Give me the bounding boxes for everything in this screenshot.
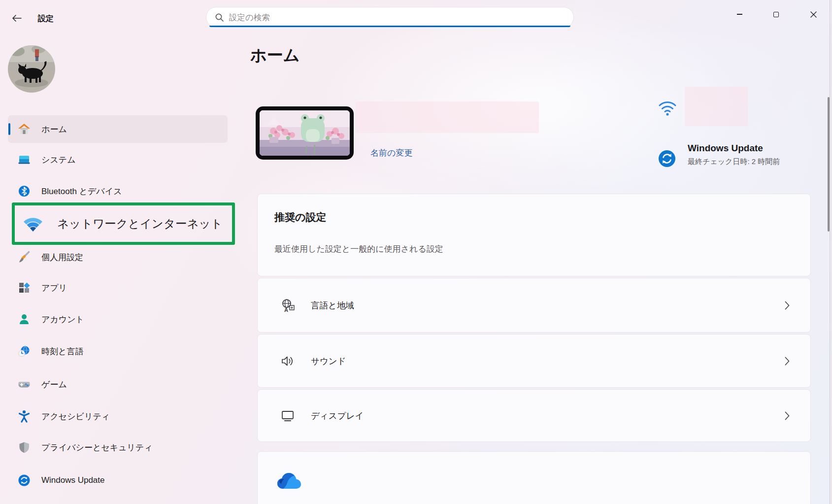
chevron-right-icon (785, 411, 790, 420)
sidebar-item-label: 個人用設定 (41, 252, 83, 263)
personalization-icon (18, 251, 31, 264)
display-icon (279, 407, 296, 424)
back-button[interactable] (9, 11, 25, 26)
settings-row-sound[interactable]: サウンド (257, 334, 811, 388)
minimize-icon (737, 14, 742, 14)
update-sync-icon (658, 150, 676, 168)
home-icon (18, 123, 31, 135)
apps-icon (18, 281, 31, 294)
window-edge (830, 0, 832, 504)
settings-window: 設定 (0, 0, 832, 504)
settings-row-language-region[interactable]: A 言語と地域 (257, 278, 811, 333)
sound-icon (279, 353, 296, 370)
accessibility-icon (18, 410, 31, 423)
sidebar-item-label: ゲーム (41, 379, 67, 390)
sidebar-item-network-annotated[interactable]: ネットワークとインターネット (12, 202, 235, 245)
sidebar-item-accessibility[interactable]: アクセシビリティ (8, 403, 228, 430)
search-icon (215, 13, 224, 22)
bluetooth-icon (18, 185, 31, 198)
sidebar-item-time-language[interactable]: 時刻と言語 (8, 337, 228, 365)
sidebar-item-label: アクセシビリティ (41, 411, 110, 422)
selected-indicator (8, 123, 10, 135)
redacted-device-name (356, 101, 539, 133)
minimize-button[interactable] (728, 4, 751, 25)
rename-link[interactable]: 名前の変更 (370, 147, 412, 159)
promo-card[interactable] (257, 451, 811, 504)
windows-update-last-checked: 最終チェック日時: 2 時間前 (688, 157, 780, 167)
sidebar-item-label: アプリ (41, 282, 67, 294)
maximize-button[interactable] (765, 4, 787, 25)
windows-update-title: Windows Update (688, 143, 763, 154)
wallpaper-frog-art (260, 110, 350, 156)
sidebar-item-bluetooth[interactable]: Bluetooth とデバイス (8, 177, 228, 205)
settings-row-label: サウンド (311, 355, 346, 367)
recommended-settings-title: 推奨の設定 (274, 210, 327, 224)
sidebar-item-personalization[interactable]: 個人用設定 (8, 243, 228, 271)
back-arrow-icon (11, 14, 22, 22)
search-box[interactable] (206, 7, 574, 28)
redacted-network-name (685, 87, 748, 126)
gaming-icon (18, 378, 31, 391)
recommended-settings-subtitle: 最近使用した設定と一般的に使用される設定 (274, 243, 443, 255)
sidebar-item-label: ホーム (41, 124, 67, 135)
cloud-icon (276, 472, 302, 491)
sidebar-item-apps[interactable]: アプリ (8, 274, 228, 302)
page-title: ホーム (250, 44, 300, 67)
network-icon (22, 214, 44, 233)
sidebar-item-label: ネットワークとインターネット (57, 216, 223, 232)
recommended-settings-header-card: 推奨の設定 最近使用した設定と一般的に使用される設定 (257, 194, 811, 276)
wifi-icon (658, 100, 677, 116)
search-accent-underline (209, 26, 570, 27)
device-wallpaper-thumbnail (256, 106, 354, 160)
close-button[interactable] (802, 4, 825, 25)
sidebar-item-privacy[interactable]: プライバシーとセキュリティ (8, 434, 228, 461)
privacy-icon (18, 441, 31, 454)
sidebar-item-accounts[interactable]: アカウント (8, 305, 228, 333)
vertical-scrollbar[interactable] (828, 97, 830, 232)
time-language-icon (18, 345, 31, 358)
accounts-icon (18, 313, 31, 326)
close-icon (810, 11, 817, 18)
sidebar-item-home[interactable]: ホーム (8, 115, 228, 143)
sidebar-item-label: システム (41, 154, 76, 166)
settings-row-label: ディスプレイ (311, 410, 364, 422)
chevron-right-icon (785, 357, 790, 366)
windows-update-icon (18, 474, 31, 487)
avatar[interactable] (8, 45, 55, 93)
settings-row-display[interactable]: ディスプレイ (257, 389, 811, 442)
search-input[interactable] (229, 8, 554, 27)
sidebar-item-windows-update[interactable]: Windows Update (8, 467, 228, 494)
app-title: 設定 (38, 14, 54, 24)
avatar-cat-photo (8, 45, 55, 93)
sidebar-item-label: 時刻と言語 (41, 346, 83, 357)
sidebar-item-system[interactable]: システム (8, 146, 228, 173)
settings-row-label: 言語と地域 (311, 300, 354, 311)
language-region-icon: A (279, 297, 296, 314)
sidebar-item-label: Windows Update (41, 475, 105, 485)
sidebar-item-label: Bluetooth とデバイス (41, 186, 122, 197)
svg-text:A: A (284, 307, 288, 313)
chevron-right-icon (785, 301, 790, 310)
sidebar-item-gaming[interactable]: ゲーム (8, 370, 228, 398)
maximize-icon (773, 12, 779, 17)
system-icon (18, 153, 31, 166)
sidebar-item-label: プライバシーとセキュリティ (41, 442, 153, 453)
sidebar-item-label: アカウント (41, 314, 84, 325)
